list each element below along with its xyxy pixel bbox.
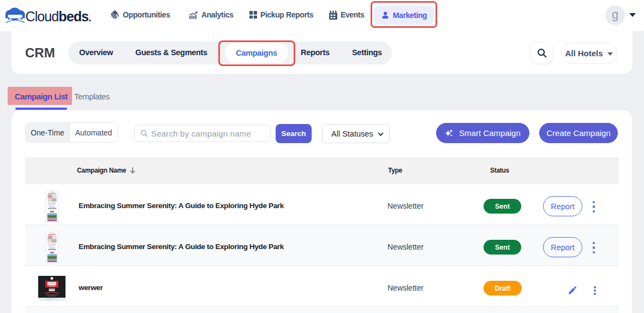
- svg-text:Cloudbeds.: Cloudbeds.: [26, 9, 91, 24]
